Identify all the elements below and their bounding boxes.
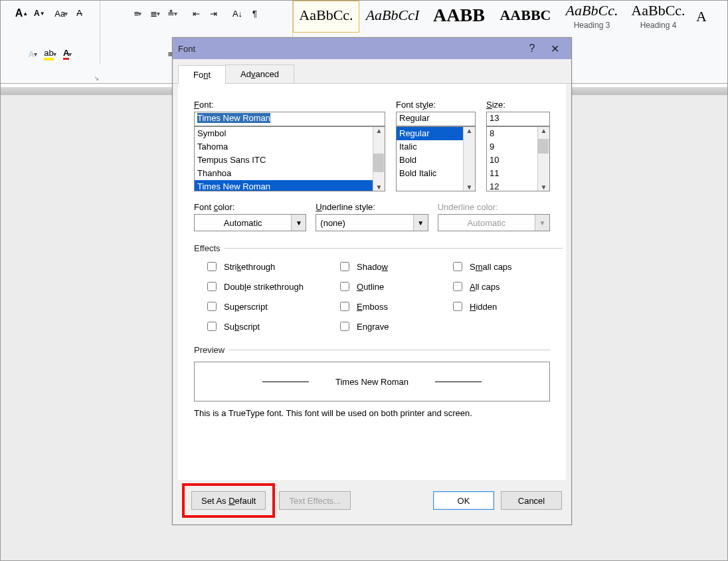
grow-font-button[interactable]: A▲ — [13, 5, 30, 21]
underlinestyle-label: Underline style: — [316, 202, 428, 212]
fontstyle-listbox[interactable]: Regular Italic Bold Bold Italic ▲▼ — [396, 126, 476, 191]
dialog-tabs: Font Advanced — [173, 59, 571, 84]
help-icon[interactable]: ? — [521, 43, 543, 55]
style-item-3[interactable]: AABBC — [492, 1, 559, 33]
numbering-button[interactable]: ≣▾ — [147, 5, 163, 21]
fontcolor-combo[interactable]: Automatic▼ — [194, 214, 306, 231]
set-as-default-button[interactable]: Set As Default — [191, 491, 266, 510]
close-icon[interactable]: ✕ — [543, 43, 566, 55]
fontstyle-input[interactable]: Regular — [396, 112, 476, 126]
text-effects-button[interactable]: A▾ — [25, 46, 41, 62]
ok-button[interactable]: OK — [433, 491, 494, 510]
size-label: Size: — [486, 100, 550, 110]
allcaps-checkbox[interactable]: All caps — [450, 280, 563, 293]
chevron-down-icon: ▼ — [535, 215, 549, 231]
font-listbox[interactable]: Symbol Tahoma Tempus Sans ITC Thanhoa Ti… — [194, 126, 385, 191]
list-item[interactable]: Thanhoa — [195, 167, 385, 180]
cancel-button[interactable]: Cancel — [501, 491, 562, 510]
underlinecolor-combo: Automatic▼ — [438, 214, 550, 231]
size-input[interactable]: 13 — [486, 112, 550, 126]
shrink-font-button[interactable]: A▼ — [31, 5, 47, 21]
underlinecolor-label: Underline color: — [438, 202, 550, 212]
list-item[interactable]: Tempus Sans ITC — [195, 154, 385, 167]
double-strikethrough-checkbox[interactable]: Double strikethrough — [205, 280, 337, 293]
preview-text: Times New Roman — [335, 377, 409, 387]
fontstyle-label: Font style: — [396, 100, 476, 110]
font-dialog: Font ? ✕ Font Advanced Font: Times New R… — [172, 37, 572, 525]
chevron-down-icon[interactable]: ▼ — [291, 215, 306, 231]
size-listbox[interactable]: 8 9 10 11 12 ▲▼ — [486, 126, 550, 191]
scrollbar[interactable]: ▲▼ — [463, 127, 475, 191]
styles-gallery[interactable]: AaBbCc. AaBbCcI AABB AABBC AaBbCc.Headin… — [293, 1, 727, 33]
strikethrough-checkbox[interactable]: Strikethrough — [205, 260, 337, 273]
highlight-button[interactable]: ab▾ — [42, 46, 58, 62]
superscript-checkbox[interactable]: Superscript — [205, 300, 337, 313]
preview-legend: Preview — [194, 345, 228, 355]
text-effects-button: Text Effects... — [279, 491, 351, 510]
fontcolor-label: Font color: — [194, 202, 306, 212]
shadow-checkbox[interactable]: Shadow — [337, 260, 450, 273]
tab-font[interactable]: Font — [178, 65, 226, 84]
font-color-button[interactable]: A▾ — [60, 46, 76, 62]
decrease-indent-button[interactable]: ⇤ — [189, 5, 205, 21]
underlinestyle-combo[interactable]: (none)▼ — [316, 214, 428, 231]
effects-legend: Effects — [194, 243, 225, 253]
scrollbar[interactable]: ▲▼ — [537, 127, 549, 191]
style-item-0[interactable]: AaBbCc. — [293, 1, 359, 33]
engrave-checkbox[interactable]: Engrave — [337, 320, 450, 333]
dialog-title: Font — [178, 44, 195, 54]
font-input[interactable]: Times New Roman — [194, 112, 385, 126]
style-item-2[interactable]: AABB — [426, 1, 492, 33]
subscript-checkbox[interactable]: Subscript — [205, 320, 337, 333]
style-item-1[interactable]: AaBbCcI — [359, 1, 426, 33]
font-description: This is a TrueType font. This font will … — [194, 408, 550, 418]
chevron-down-icon[interactable]: ▼ — [413, 215, 428, 231]
scrollbar[interactable]: ▲▼ — [373, 127, 385, 191]
style-item-4[interactable]: AaBbCc.Heading 3 — [559, 1, 625, 33]
increase-indent-button[interactable]: ⇥ — [206, 5, 222, 21]
smallcaps-checkbox[interactable]: Small caps — [450, 260, 563, 273]
multilevel-button[interactable]: ≛▾ — [165, 5, 181, 21]
font-label: Font: — [194, 100, 385, 110]
hidden-checkbox[interactable]: Hidden — [450, 300, 563, 313]
list-item[interactable]: Times New Roman — [195, 180, 385, 191]
list-item[interactable]: Tahoma — [195, 140, 385, 154]
set-as-default-highlight: Set As Default — [182, 483, 275, 518]
preview-box: Times New Roman — [194, 362, 550, 401]
style-item-5[interactable]: AaBbCc.Heading 4 — [625, 1, 691, 33]
emboss-checkbox[interactable]: Emboss — [337, 300, 450, 313]
font-dialog-launcher-icon[interactable]: ↘ — [94, 74, 99, 82]
sort-button[interactable]: A↓ — [230, 5, 246, 21]
tab-advanced[interactable]: Advanced — [225, 64, 294, 83]
change-case-button[interactable]: Aa▾ — [52, 5, 70, 21]
list-item[interactable]: Symbol — [195, 127, 385, 140]
show-marks-button[interactable]: ¶ — [247, 5, 263, 21]
style-item-6[interactable]: A — [691, 1, 711, 33]
clear-formatting-button[interactable]: A̶ — [71, 5, 87, 21]
outline-checkbox[interactable]: Outline — [337, 280, 450, 293]
bullets-button[interactable]: ≡▾ — [130, 5, 146, 21]
dialog-titlebar: Font ? ✕ — [173, 38, 571, 59]
